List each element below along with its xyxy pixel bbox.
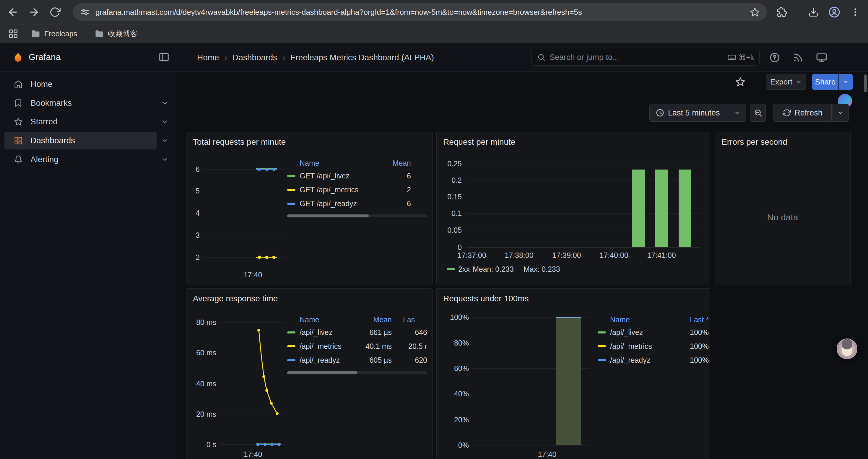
folder-icon — [31, 29, 40, 38]
favorite-star-icon[interactable] — [734, 75, 747, 88]
legend-scrollbar-thumb[interactable] — [287, 371, 358, 374]
panel-title[interactable]: Total requests per minute — [193, 137, 286, 147]
legend-col-name[interactable]: Name — [300, 159, 384, 167]
bell-icon — [14, 155, 23, 164]
profile-icon[interactable] — [828, 6, 841, 19]
legend-row[interactable]: /api/_readyz 605 µs 620 — [287, 353, 427, 367]
series-color-marker — [447, 268, 455, 270]
sidebar-item-starred[interactable]: Starred — [4, 113, 157, 131]
y-tick: 0.05 — [437, 226, 462, 234]
url-text[interactable]: grafana.mathmast.com/d/deytv4rwavabkb/fr… — [95, 8, 744, 17]
breadcrumb-separator-icon — [282, 53, 285, 62]
series-name: GET /api/_livez — [300, 172, 384, 180]
sidebar-item-label: Home — [30, 79, 53, 89]
legend[interactable]: 2xx Mean: 0.233 Max: 0.233 — [447, 265, 560, 273]
bookmark-star-icon[interactable] — [750, 7, 760, 17]
reload-icon[interactable] — [49, 6, 61, 19]
y-tick: 3 — [186, 231, 200, 239]
grafana-logo-icon[interactable] — [11, 51, 25, 64]
series-name: 2xx — [458, 265, 470, 273]
legend-row[interactable]: GET /api/_livez 6 — [287, 169, 411, 183]
chevron-down-icon[interactable] — [157, 132, 172, 150]
sidebar-item-label: Alerting — [30, 155, 59, 164]
x-tick: 17:37:00 — [451, 251, 493, 260]
bookmark-label: 收藏博客 — [108, 29, 137, 39]
legend-row[interactable]: /api/_livez 100% — [598, 326, 709, 339]
search-box[interactable]: ⌘+k — [531, 49, 760, 66]
legend-col-name[interactable]: Name — [610, 316, 676, 324]
bookmark-folder-freeleaps[interactable]: Freeleaps — [28, 27, 80, 40]
series-name: GET /api/_readyz — [300, 199, 384, 208]
legend-col-last[interactable]: Last * — [676, 316, 709, 324]
legend-row[interactable]: GET /api/_readyz 6 — [287, 197, 411, 210]
downloads-icon[interactable] — [807, 6, 820, 19]
monitor-icon[interactable] — [815, 51, 829, 64]
sidebar-item-home[interactable]: Home — [4, 75, 157, 93]
assistant-avatar-overlay[interactable] — [837, 338, 857, 359]
y-tick: 60 ms — [186, 348, 216, 357]
x-tick: 17:40 — [528, 450, 566, 459]
page-scrollbar-thumb[interactable] — [864, 74, 867, 92]
search-icon — [537, 53, 546, 61]
series-mean: 605 µs — [350, 356, 392, 364]
sidebar-item-label: Starred — [30, 117, 58, 126]
legend-table: Name Mean Las /api/_livez 661 µs 646 /ap… — [287, 314, 427, 367]
forward-icon[interactable] — [28, 6, 40, 19]
bookmark-label: Freeleaps — [44, 30, 77, 38]
sidebar-item-dashboards[interactable]: Dashboards — [4, 132, 157, 150]
back-icon[interactable] — [6, 6, 20, 19]
line-chart — [204, 162, 284, 262]
sidebar-item-alerting[interactable]: Alerting — [4, 151, 157, 168]
url-bar[interactable]: grafana.mathmast.com/d/deytv4rwavabkb/fr… — [73, 3, 767, 21]
time-range-picker[interactable]: Last 5 minutes — [649, 104, 746, 122]
series-last: 646 — [392, 328, 427, 337]
breadcrumb-home[interactable]: Home — [197, 53, 219, 62]
chevron-down-icon[interactable] — [157, 113, 172, 131]
panel-title[interactable]: Average response time — [193, 293, 278, 304]
legend-row[interactable]: /api/_metrics 100% — [598, 339, 709, 353]
series-name: /api/_metrics — [610, 342, 676, 351]
dock-menu-icon[interactable] — [158, 52, 169, 63]
legend-row[interactable]: /api/_readyz 100% — [598, 353, 709, 367]
breadcrumb-dashboards[interactable]: Dashboards — [232, 53, 277, 62]
bar-under-100ms — [556, 318, 581, 445]
refresh-button[interactable]: Refresh — [773, 104, 832, 122]
y-tick: 80% — [437, 338, 469, 347]
panel-title[interactable]: Errors per second — [721, 137, 787, 147]
bookmark-folder-blogs[interactable]: 收藏博客 — [92, 27, 140, 40]
legend-col-name[interactable]: Name — [300, 316, 350, 324]
legend-col-last[interactable]: Las — [392, 316, 427, 324]
series-mean: 6 — [384, 199, 411, 208]
share-label: Share — [815, 77, 836, 87]
share-button[interactable]: Share — [812, 74, 838, 90]
panel-title[interactable]: Requests under 100ms — [443, 293, 529, 304]
help-icon[interactable] — [768, 51, 781, 64]
breadcrumb: Home Dashboards Freeleaps Metrics Dashbo… — [197, 43, 434, 72]
legend-scrollbar-thumb[interactable] — [287, 215, 369, 218]
folder-icon — [95, 29, 104, 38]
share-menu-button[interactable] — [839, 74, 852, 90]
apps-grid-icon[interactable] — [8, 29, 18, 39]
legend-row[interactable]: /api/_metrics 40.1 ms 20.5 r — [287, 339, 427, 353]
rss-icon[interactable] — [791, 51, 805, 64]
sidebar-item-bookmarks[interactable]: Bookmarks — [4, 94, 157, 112]
y-tick: 40% — [437, 389, 469, 398]
refresh-interval-button[interactable] — [832, 104, 849, 122]
search-input[interactable] — [550, 53, 723, 62]
site-settings-icon[interactable] — [80, 7, 90, 17]
extensions-icon[interactable] — [775, 6, 788, 19]
zoom-out-button[interactable] — [750, 104, 766, 122]
series-color-marker — [598, 345, 606, 347]
legend-col-mean[interactable]: Mean — [384, 159, 411, 167]
legend-row[interactable]: /api/_livez 661 µs 646 — [287, 326, 427, 339]
x-tick: 17:41:00 — [641, 251, 682, 260]
chevron-down-icon[interactable] — [157, 94, 172, 112]
panel-title[interactable]: Request per minute — [443, 137, 515, 147]
export-button[interactable]: Export — [766, 74, 806, 90]
y-tick: 0.15 — [437, 192, 462, 201]
sidebar-item-label: Dashboards — [30, 136, 75, 145]
legend-row[interactable]: GET /api/_metrics 2 — [287, 183, 411, 197]
chevron-down-icon[interactable] — [157, 151, 172, 168]
browser-menu-icon[interactable] — [849, 6, 862, 19]
legend-col-mean[interactable]: Mean — [350, 316, 392, 324]
